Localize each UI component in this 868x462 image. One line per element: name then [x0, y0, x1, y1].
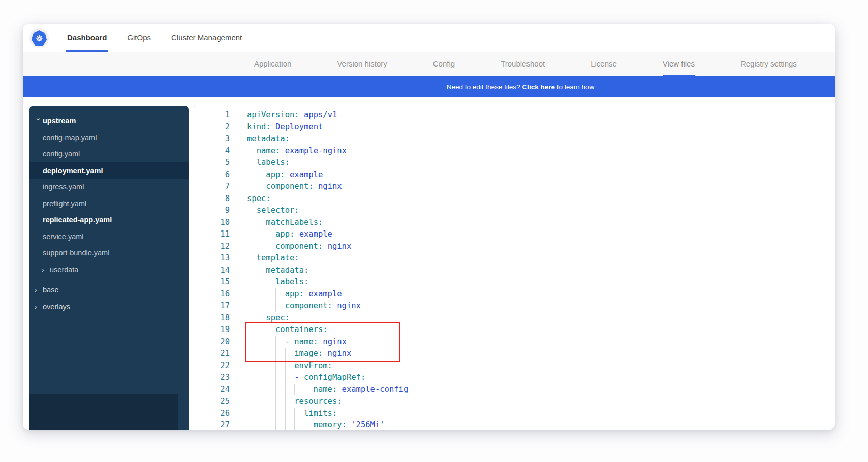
- line-number: 12: [194, 241, 230, 253]
- yaml-token: labels:: [257, 158, 290, 167]
- indent-guide: [257, 288, 266, 301]
- line-number: 18: [194, 312, 230, 324]
- line-content: component: nginx: [230, 241, 351, 253]
- tree-folder-upstream[interactable]: ›upstream: [29, 113, 189, 129]
- line-number: 16: [194, 288, 230, 301]
- indent-guide: [257, 312, 266, 324]
- tree-file-config-map-yaml[interactable]: config-map.yaml: [29, 129, 189, 146]
- yaml-token: labels:: [275, 277, 308, 286]
- indent-guide: [247, 300, 257, 312]
- tab-troubleshoot[interactable]: Troubleshoot: [501, 52, 545, 76]
- line-number: 17: [194, 300, 230, 312]
- line-number: 26: [194, 408, 230, 420]
- indent-guide: [247, 265, 257, 277]
- yaml-token: example-config: [337, 385, 408, 394]
- indent-guide: [257, 419, 266, 430]
- yaml-editor[interactable]: 1apiVersion: apps/v12kind: Deployment3me…: [194, 106, 835, 430]
- tab-view-files[interactable]: View files: [663, 52, 695, 76]
- line-number: 13: [194, 252, 230, 265]
- indent-guide: [257, 360, 266, 372]
- indent-guide: [257, 265, 266, 277]
- page-background: ☸ DashboardGitOpsCluster Management Appl…: [0, 0, 868, 462]
- tree-file-support-bundle-yaml[interactable]: support-bundle.yaml: [29, 245, 189, 261]
- indent-guide: [257, 324, 266, 336]
- tab-dashboard[interactable]: Dashboard: [66, 24, 108, 52]
- file-tree-items: ›upstreamconfig-map.yamlconfig.yamldeplo…: [29, 113, 189, 315]
- indent-guide: [275, 384, 285, 396]
- yaml-token: nginx: [314, 182, 342, 191]
- code-line: 23- configMapRef:: [194, 372, 835, 384]
- line-content: metadata:: [230, 265, 308, 277]
- yaml-token: memory:: [314, 420, 347, 430]
- code-line: 16app: example: [194, 288, 835, 301]
- line-content: app: example: [230, 228, 332, 241]
- yaml-token: name:: [294, 337, 318, 346]
- tree-item-label: deployment.yaml: [43, 167, 103, 175]
- click-here-link[interactable]: Click here: [522, 83, 555, 91]
- indent-guide: [257, 169, 266, 181]
- indent-guide: [285, 384, 295, 396]
- tree-file-replicated-app-yaml[interactable]: replicated-app.yaml: [29, 212, 189, 228]
- yaml-token: apps/v1: [299, 110, 337, 119]
- code-line: 11app: example: [194, 228, 835, 241]
- code-line: 27memory: '256Mi': [194, 419, 835, 430]
- code-line: 3metadata:: [194, 133, 835, 145]
- tab-license[interactable]: License: [591, 52, 617, 76]
- indent-guide: [247, 205, 257, 217]
- code-line: 19containers:: [194, 324, 835, 336]
- indent-guide: [275, 360, 285, 372]
- line-content: app: example: [230, 169, 323, 181]
- tree-file-service-yaml[interactable]: service.yaml: [29, 228, 189, 245]
- code-line: 24name: example-config: [194, 384, 835, 396]
- tree-file-ingress-yaml[interactable]: ingress.yaml: [29, 179, 189, 195]
- line-content: labels:: [230, 276, 308, 288]
- code-line: 12component: nginx: [194, 241, 835, 253]
- indent-guide: [247, 217, 257, 229]
- indent-guide: [257, 276, 266, 288]
- line-number: 19: [194, 324, 230, 336]
- tab-registry-settings[interactable]: Registry settings: [740, 52, 797, 76]
- yaml-token: name:: [314, 385, 337, 394]
- indent-guide: [257, 336, 266, 348]
- line-content: name: example-config: [230, 384, 408, 396]
- tree-folder-overlays[interactable]: ›overlays: [29, 299, 189, 315]
- tree-folder-base[interactable]: ›base: [29, 282, 189, 299]
- indent-guide: [266, 324, 275, 336]
- tree-file-config-yaml[interactable]: config.yaml: [29, 146, 189, 162]
- line-content: labels:: [230, 157, 290, 169]
- tab-cluster-management[interactable]: Cluster Management: [170, 24, 243, 52]
- line-number: 21: [194, 348, 230, 360]
- indent-guide: [275, 336, 285, 348]
- yaml-token: containers:: [275, 325, 328, 334]
- yaml-token: app:: [285, 289, 304, 299]
- indent-guide: [285, 408, 295, 420]
- code-line: 6app: example: [194, 169, 835, 181]
- indent-guide: [257, 408, 266, 420]
- line-number: 22: [194, 360, 230, 372]
- indent-guide: [266, 408, 275, 420]
- tree-item-label: replicated-app.yaml: [43, 216, 112, 224]
- tab-version-history[interactable]: Version history: [337, 52, 387, 76]
- line-content: metadata:: [230, 133, 290, 145]
- kubernetes-logo[interactable]: ☸: [29, 28, 49, 48]
- tree-item-label: preflight.yaml: [43, 200, 86, 208]
- app-window: ☸ DashboardGitOpsCluster Management Appl…: [23, 24, 835, 430]
- line-number: 11: [194, 228, 230, 241]
- tree-file-deployment-yaml[interactable]: deployment.yaml: [29, 162, 189, 179]
- indent-guide: [247, 419, 257, 430]
- indent-guide: [275, 372, 285, 384]
- indent-guide: [275, 288, 285, 301]
- line-number: 7: [194, 181, 230, 193]
- yaml-token: example-nginx: [280, 146, 347, 155]
- tab-application[interactable]: Application: [254, 52, 291, 76]
- tab-config[interactable]: Config: [433, 52, 455, 76]
- line-content: spec:: [230, 312, 290, 324]
- tab-gitops[interactable]: GitOps: [126, 24, 152, 52]
- line-content: matchLabels:: [230, 217, 323, 229]
- tree-folder-userdata[interactable]: ›userdata: [29, 261, 189, 278]
- primary-nav: ☸ DashboardGitOpsCluster Management: [23, 24, 835, 52]
- indent-guide: [266, 419, 275, 430]
- indent-guide: [266, 360, 275, 372]
- tree-file-preflight-yaml[interactable]: preflight.yaml: [29, 195, 189, 212]
- indent-guide: [247, 372, 257, 384]
